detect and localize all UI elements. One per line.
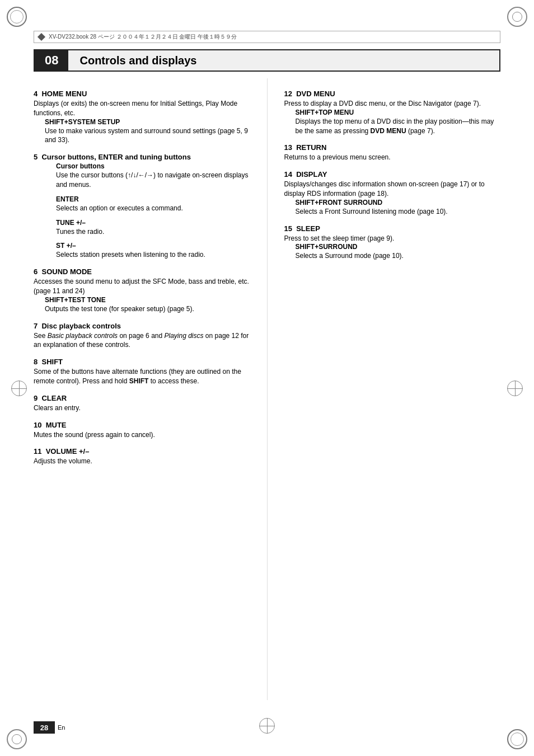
item-15-number: 15 [284, 224, 292, 233]
item-9-body: Clears an entry. [34, 403, 250, 413]
chapter-number: 08 [34, 49, 67, 72]
item-6-title: SOUND MODE [41, 267, 92, 276]
tune-title: TUNE +/– [56, 219, 250, 227]
item-14-header: 14 DISPLAY [284, 170, 501, 179]
enter-item: ENTER Selects an option or executes a co… [45, 195, 250, 213]
item-5-subs: Cursor buttons Use the cursor buttons (↑… [34, 162, 250, 260]
shift-test-tone-body: Outputs the test tone (for speaker setup… [45, 304, 250, 314]
item-6-body: Accesses the sound menu to adjust the SF… [34, 277, 250, 296]
item-8-body: Some of the buttons have alternate funct… [34, 367, 250, 386]
item-9: 9 CLEAR Clears an entry. [34, 394, 250, 413]
shift-surround-body: Selects a Surround mode (page 10). [296, 251, 501, 261]
item-11-body: Adjusts the volume. [34, 457, 250, 466]
shift-front-surround-title: SHIFT+FRONT SURROUND [296, 199, 501, 206]
corner-decoration-br [507, 729, 527, 749]
item-4: 4 HOME MENU Displays (or exits) the on-s… [34, 90, 250, 145]
item-12-number: 12 [284, 90, 292, 98]
item-12-sub: SHIFT+TOP MENU Displays the top menu of … [284, 109, 501, 136]
item-10: 10 MUTE Mutes the sound (press again to … [34, 421, 250, 440]
item-11-header: 11 VOLUME +/– [34, 447, 250, 456]
item-15-sub: SHIFT+SURROUND Selects a Surround mode (… [284, 243, 501, 261]
item-12-title: DVD MENU [296, 90, 335, 98]
st-title: ST +/– [56, 242, 250, 250]
st-item: ST +/– Selects station presets when list… [45, 242, 250, 260]
item-11: 11 VOLUME +/– Adjusts the volume. [34, 447, 250, 466]
item-10-header: 10 MUTE [34, 421, 250, 429]
item-15: 15 SLEEP Press to set the sleep timer (p… [284, 224, 501, 261]
bottom-center-crosshair [259, 718, 275, 734]
mid-left-crosshair [11, 381, 27, 396]
mid-right-crosshair [507, 381, 523, 396]
shift-system-setup-body: Use to make various system and surround … [45, 126, 250, 145]
item-7-body: See Basic playback controls on page 6 an… [34, 331, 250, 350]
corner-decoration-tl [7, 7, 27, 27]
enter-body: Selects an option or executes a command. [56, 204, 250, 213]
item-6: 6 SOUND MODE Accesses the sound menu to … [34, 267, 250, 313]
item-8: 8 SHIFT Some of the buttons have alterna… [34, 358, 250, 386]
item-14-body: Displays/changes disc information shown … [284, 180, 501, 199]
item-13-number: 13 [284, 143, 292, 152]
item-5: 5 Cursor buttons, ENTER and tuning butto… [34, 153, 250, 260]
item-7-number: 7 [34, 322, 38, 330]
item-6-number: 6 [34, 267, 38, 276]
item-5-header: 5 Cursor buttons, ENTER and tuning butto… [34, 153, 250, 161]
item-15-header: 15 SLEEP [284, 224, 501, 233]
st-body: Selects station presets when listening t… [56, 250, 250, 260]
item-5-number: 5 [34, 153, 38, 161]
tune-item: TUNE +/– Tunes the radio. [45, 219, 250, 237]
shift-front-surround-body: Selects a Front Surround listening mode … [296, 207, 501, 217]
item-10-number: 10 [34, 421, 41, 429]
item-5-title: Cursor buttons, ENTER and tuning buttons [41, 153, 190, 161]
item-6-header: 6 SOUND MODE [34, 267, 250, 276]
file-header-text: XV-DV232.book 28 ページ ２００４年１２月２４日 金曜日 午後１… [49, 33, 237, 41]
cursor-buttons-item: Cursor buttons Use the cursor buttons (↑… [45, 162, 250, 190]
item-8-header: 8 SHIFT [34, 358, 250, 366]
item-4-number: 4 [34, 90, 38, 98]
enter-title: ENTER [56, 195, 250, 203]
item-11-title: VOLUME +/– [46, 447, 90, 456]
item-15-body: Press to set the sleep timer (page 9). [284, 234, 501, 243]
item-4-body: Displays (or exits) the on-screen menu f… [34, 99, 250, 118]
shift-top-menu-title: SHIFT+TOP MENU [296, 109, 501, 116]
shift-system-setup-title: SHIFT+SYSTEM SETUP [45, 118, 250, 126]
file-header-diamond [38, 33, 45, 41]
item-9-title: CLEAR [41, 394, 67, 402]
shift-test-tone-title: SHIFT+TEST TONE [45, 296, 250, 304]
item-12-body: Press to display a DVD disc menu, or the… [284, 99, 501, 109]
chapter-header: 08 Controls and displays [34, 49, 500, 72]
item-8-title: SHIFT [41, 358, 63, 366]
item-13: 13 RETURN Returns to a previous menu scr… [284, 143, 501, 162]
item-13-body: Returns to a previous menu screen. [284, 153, 501, 162]
item-14: 14 DISPLAY Displays/changes disc informa… [284, 170, 501, 216]
item-7: 7 Disc playback controls See Basic playb… [34, 322, 250, 350]
item-11-number: 11 [34, 447, 41, 456]
item-14-sub: SHIFT+FRONT SURROUND Selects a Front Sur… [284, 199, 501, 217]
item-9-number: 9 [34, 394, 38, 402]
item-14-number: 14 [284, 170, 292, 179]
cursor-buttons-title: Cursor buttons [56, 162, 250, 170]
right-column: 12 DVD MENU Press to display a DVD disc … [267, 78, 501, 700]
item-6-sub: SHIFT+TEST TONE Outputs the test tone (f… [34, 296, 250, 314]
item-4-sub: SHIFT+SYSTEM SETUP Use to make various s… [34, 118, 250, 145]
item-12: 12 DVD MENU Press to display a DVD disc … [284, 90, 501, 135]
page-number: 28 [34, 721, 55, 734]
chapter-title-area: Controls and displays [67, 49, 500, 72]
item-13-title: RETURN [296, 143, 326, 152]
tune-body: Tunes the radio. [56, 227, 250, 237]
shift-top-menu-body: Displays the top menu of a DVD disc in t… [296, 117, 501, 136]
cursor-buttons-body: Use the cursor buttons (↑/↓/←/→) to navi… [56, 171, 250, 190]
corner-decoration-tr [507, 7, 527, 27]
chapter-title: Controls and displays [79, 54, 196, 67]
main-content: 4 HOME MENU Displays (or exits) the on-s… [34, 78, 500, 700]
item-9-header: 9 CLEAR [34, 394, 250, 402]
item-15-title: SLEEP [296, 224, 320, 233]
item-7-header: 7 Disc playback controls [34, 322, 250, 330]
item-10-body: Mutes the sound (press again to cancel). [34, 430, 250, 440]
page-lang: En [58, 724, 65, 731]
corner-decoration-bl [7, 729, 27, 749]
left-column: 4 HOME MENU Displays (or exits) the on-s… [34, 78, 267, 700]
item-8-number: 8 [34, 358, 38, 366]
item-7-title: Disc playback controls [41, 322, 121, 330]
item-12-header: 12 DVD MENU [284, 90, 501, 98]
shift-surround-title: SHIFT+SURROUND [296, 243, 501, 251]
